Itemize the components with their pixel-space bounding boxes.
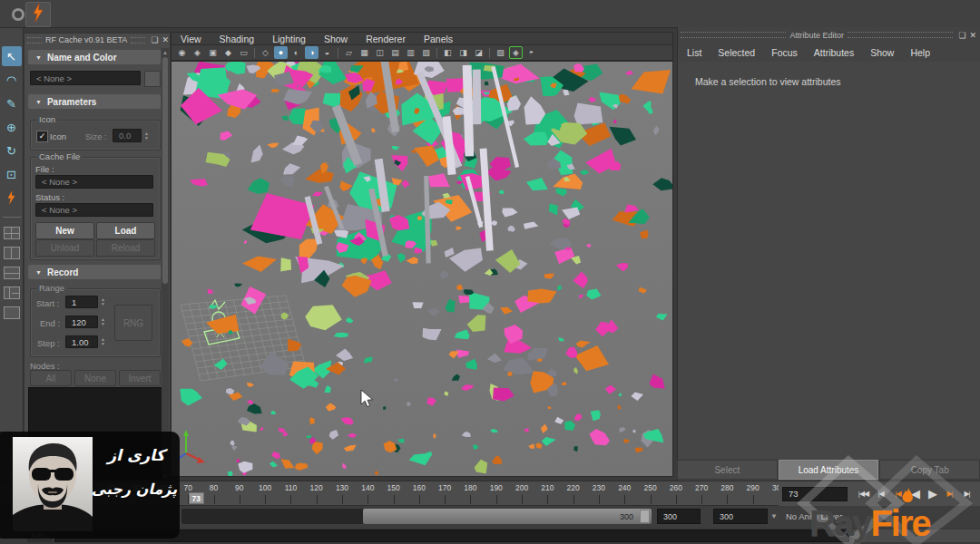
section-header-name-and-color[interactable]: ▼ Name and Color — [28, 50, 161, 64]
select-camera-icon[interactable]: ◉ — [175, 46, 189, 59]
step-back-key-button[interactable]: |◀ — [890, 486, 906, 502]
section-header-record[interactable]: ▼ Record — [28, 265, 161, 279]
animation-end-field[interactable]: 300 — [713, 509, 768, 524]
layout-single-pane-button[interactable] — [4, 306, 20, 319]
bookmark-icon[interactable]: ◆ — [221, 46, 235, 59]
film-gate-icon[interactable]: ▦ — [358, 46, 371, 59]
size-spinner[interactable]: ▲▼ — [142, 129, 151, 142]
end-field[interactable]: 120 — [65, 316, 98, 328]
lasso-select-tool-icon[interactable]: ◠ — [2, 70, 22, 90]
drag-handle[interactable] — [848, 32, 953, 38]
close-icon[interactable]: ✕ — [162, 35, 169, 44]
viewport-menu-view[interactable]: View — [172, 34, 211, 44]
image-plane-icon[interactable]: ▭ — [237, 46, 250, 59]
current-frame-field[interactable]: 73 — [782, 487, 848, 501]
range-slider-handle[interactable] — [640, 510, 650, 523]
range-slider-bar[interactable]: 300 — [363, 509, 652, 524]
step-field[interactable]: 1.00 — [65, 335, 98, 348]
drag-handle[interactable] — [27, 37, 42, 44]
rayfire-bolt-tool-icon[interactable] — [2, 188, 22, 208]
viewport-canvas[interactable] — [171, 61, 673, 477]
lights-icon[interactable]: ◑ — [305, 46, 318, 59]
rayfire-shelf-button[interactable] — [25, 2, 51, 27]
paint-select-tool-icon[interactable]: ✎ — [2, 93, 22, 113]
end-spinner[interactable]: ▲▼ — [99, 316, 107, 328]
ae-menu-selected[interactable]: Selected — [710, 47, 763, 58]
select-button[interactable]: Select — [677, 460, 778, 480]
copy-tab-button[interactable]: Copy Tab — [879, 460, 980, 480]
scale-tool-icon[interactable]: ⊡ — [2, 164, 22, 184]
plane-slice-icon[interactable]: ◈ — [509, 46, 523, 59]
load-button[interactable]: Load — [96, 222, 155, 239]
nodes-none-button[interactable]: None — [74, 370, 116, 386]
new-button[interactable]: New — [35, 222, 94, 239]
layout-two-pane-stacked-button[interactable] — [4, 267, 20, 279]
playback-end-field[interactable]: 300 — [657, 509, 701, 524]
rf-cache-panel-titlebar[interactable]: RF Cache v0.91 BETA ❏ ✕ — [24, 33, 171, 47]
go-to-start-button[interactable]: |◀◀ — [856, 486, 871, 502]
ae-menu-focus[interactable]: Focus — [763, 47, 806, 58]
lock-camera-icon[interactable]: ◈ — [191, 46, 204, 59]
float-window-icon[interactable]: ❏ — [151, 35, 158, 44]
resolution-gate-icon[interactable]: ▱ — [342, 46, 356, 59]
attribute-editor-titlebar[interactable]: Attribute Editor ❏ ✕ — [677, 28, 980, 42]
chevron-down-icon[interactable]: ▼ — [770, 512, 778, 520]
start-spinner[interactable]: ▲▼ — [99, 296, 107, 308]
size-field[interactable]: 0.0 — [113, 129, 142, 142]
step-forward-key-button[interactable]: ▶| — [942, 486, 957, 502]
play-forwards-button[interactable]: ▶ — [925, 486, 940, 502]
play-backwards-button[interactable]: ◀ — [907, 486, 923, 502]
layout-three-pane-button[interactable] — [4, 287, 20, 299]
viewport-menu-panels[interactable]: Panels — [415, 34, 462, 44]
safe-action-icon[interactable]: ▥ — [404, 46, 417, 59]
viewport-menu-renderer[interactable]: Renderer — [357, 34, 415, 44]
load-attributes-button[interactable]: Load Attributes — [779, 460, 879, 480]
layout-four-pane-button[interactable] — [4, 227, 20, 239]
layout-two-pane-side-button[interactable] — [4, 247, 20, 259]
reload-button[interactable]: Reload — [96, 239, 155, 257]
fill-selection-icon[interactable]: ◧ — [441, 46, 455, 59]
app-menu-icon[interactable] — [12, 8, 24, 21]
rf-panel-scroll-thumb[interactable] — [162, 57, 168, 284]
move-tool-icon[interactable]: ⊕ — [2, 117, 22, 137]
drag-handle[interactable] — [681, 32, 786, 38]
shadows-icon[interactable]: ◒ — [320, 46, 334, 59]
nodes-invert-button[interactable]: Invert — [119, 370, 161, 386]
current-frame-marker[interactable]: 73 — [189, 492, 204, 504]
xray-icon[interactable]: ◨ — [456, 46, 470, 59]
ae-menu-help[interactable]: Help — [902, 47, 938, 58]
file-field[interactable]: < None > — [35, 175, 153, 189]
viewport-menu-shading[interactable]: Shading — [211, 34, 264, 44]
float-window-icon[interactable]: ❏ — [958, 31, 965, 40]
section-header-parameters[interactable]: ▼ Parameters — [28, 94, 161, 109]
gate-mask-icon[interactable]: ◫ — [373, 46, 387, 59]
status-field[interactable]: < None > — [35, 203, 153, 217]
ae-menu-show[interactable]: Show — [862, 47, 902, 58]
select-tool-icon[interactable]: ↖ — [2, 46, 22, 66]
scroll-up-icon[interactable]: ▲ — [162, 48, 169, 56]
step-back-frame-button[interactable]: |◀ — [873, 486, 888, 502]
wireframe-icon[interactable]: ◇ — [259, 46, 272, 59]
color-swatch[interactable] — [144, 71, 161, 87]
rotate-tool-icon[interactable]: ↻ — [2, 141, 22, 160]
safe-title-icon[interactable]: ▧ — [419, 46, 433, 59]
go-to-end-button[interactable]: ▶| — [959, 486, 975, 502]
exposure-icon[interactable]: ◓ — [524, 46, 538, 59]
field-chart-icon[interactable]: ▤ — [388, 46, 402, 59]
rng-button[interactable]: RNG — [114, 305, 152, 341]
drag-handle[interactable] — [131, 37, 145, 44]
ae-menu-attributes[interactable]: Attributes — [806, 47, 862, 58]
viewport-menu-show[interactable]: Show — [315, 34, 357, 44]
icon-checkbox[interactable]: ✓ — [36, 131, 48, 142]
shaded-icon[interactable]: ● — [274, 46, 288, 59]
unload-button[interactable]: Unload — [35, 239, 94, 257]
viewport-menu-lighting[interactable]: Lighting — [263, 34, 315, 44]
node-name-field[interactable]: < None > — [30, 71, 141, 85]
close-icon[interactable]: ✕ — [969, 31, 976, 40]
nodes-all-button[interactable]: All — [30, 370, 72, 386]
isolate-select-icon[interactable]: ▨ — [494, 46, 507, 59]
step-spinner[interactable]: ▲▼ — [99, 335, 107, 348]
start-field[interactable]: 1 — [65, 296, 98, 308]
textured-icon[interactable]: ◐ — [289, 46, 303, 59]
joints-xray-icon[interactable]: ◪ — [472, 46, 485, 59]
